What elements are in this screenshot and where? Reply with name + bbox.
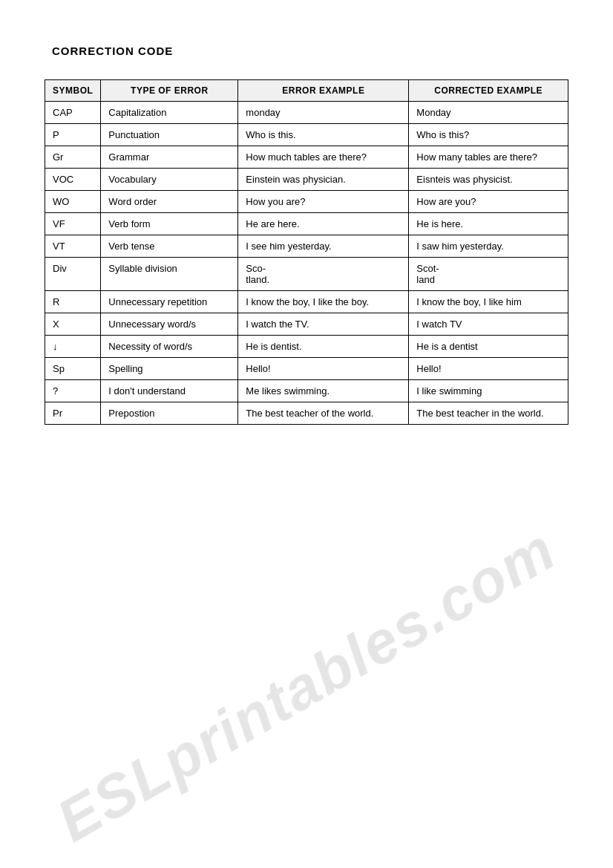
cell-type: Prepostion — [101, 402, 238, 425]
cell-error: Hello! — [238, 358, 409, 380]
table-row: PrPrepostionThe best teacher of the worl… — [45, 402, 568, 425]
cell-symbol: ↓ — [45, 336, 101, 358]
page-title: CORRECTION CODE — [52, 45, 568, 57]
cell-type: Vocabulary — [101, 169, 238, 191]
cell-corrected: Eisnteis was physicist. — [409, 169, 568, 191]
cell-symbol: WO — [45, 191, 101, 213]
table-row: RUnnecessary repetitionI know the boy, I… — [45, 291, 568, 313]
cell-error: I know the boy, I like the boy. — [238, 291, 409, 313]
cell-type: I don't understand — [101, 380, 238, 402]
cell-corrected: I know the boy, I like him — [409, 291, 568, 313]
table-row: VOCVocabularyEinstein was physician.Eisn… — [45, 169, 568, 191]
header-symbol: SYMBOL — [45, 80, 101, 102]
cell-error: I see him yesterday. — [238, 235, 409, 258]
cell-type: Verb tense — [101, 235, 238, 258]
cell-corrected: How many tables are there? — [409, 146, 568, 169]
cell-type: Punctuation — [101, 124, 238, 146]
cell-symbol: VOC — [45, 169, 101, 191]
cell-type: Syllable division — [101, 258, 238, 291]
cell-corrected: Scot-land — [409, 258, 568, 291]
cell-symbol: Pr — [45, 402, 101, 425]
cell-error: I watch the TV. — [238, 313, 409, 336]
cell-error: Einstein was physician. — [238, 169, 409, 191]
cell-type: Verb form — [101, 213, 238, 235]
correction-table: SYMBOL TYPE OF ERROR ERROR EXAMPLE CORRE… — [45, 79, 568, 425]
cell-error: monday — [238, 102, 409, 124]
cell-type: Unnecessary repetition — [101, 291, 238, 313]
table-row: WOWord orderHow you are?How are you? — [45, 191, 568, 213]
cell-symbol: ? — [45, 380, 101, 402]
cell-symbol: P — [45, 124, 101, 146]
table-row: VTVerb tenseI see him yesterday.I saw hi… — [45, 235, 568, 258]
cell-corrected: I like swimming — [409, 380, 568, 402]
cell-error: Sco-tland. — [238, 258, 409, 291]
cell-symbol: CAP — [45, 102, 101, 124]
cell-symbol: VT — [45, 235, 101, 258]
cell-type: Grammar — [101, 146, 238, 169]
cell-symbol: X — [45, 313, 101, 336]
cell-error: How much tables are there? — [238, 146, 409, 169]
table-row: XUnnecessary word/sI watch the TV.I watc… — [45, 313, 568, 336]
cell-error: Me likes swimming. — [238, 380, 409, 402]
cell-corrected: Hello! — [409, 358, 568, 380]
cell-error: How you are? — [238, 191, 409, 213]
cell-type: Necessity of word/s — [101, 336, 238, 358]
cell-symbol: R — [45, 291, 101, 313]
cell-corrected: Monday — [409, 102, 568, 124]
cell-symbol: Sp — [45, 358, 101, 380]
header-error: ERROR EXAMPLE — [238, 80, 409, 102]
cell-corrected: He is a dentist — [409, 336, 568, 358]
header-corrected: CORRECTED EXAMPLE — [409, 80, 568, 102]
header-type: TYPE OF ERROR — [101, 80, 238, 102]
table-row: VFVerb formHe are here.He is here. — [45, 213, 568, 235]
watermark: ESLprintables.com — [46, 515, 568, 856]
table-row: SpSpellingHello!Hello! — [45, 358, 568, 380]
cell-symbol: VF — [45, 213, 101, 235]
cell-type: Spelling — [101, 358, 238, 380]
cell-corrected: How are you? — [409, 191, 568, 213]
table-row: ?I don't understandMe likes swimming.I l… — [45, 380, 568, 402]
cell-type: Word order — [101, 191, 238, 213]
cell-corrected: He is here. — [409, 213, 568, 235]
table-header-row: SYMBOL TYPE OF ERROR ERROR EXAMPLE CORRE… — [45, 80, 568, 102]
cell-error: He is dentist. — [238, 336, 409, 358]
cell-corrected: I watch TV — [409, 313, 568, 336]
cell-corrected: I saw him yesterday. — [409, 235, 568, 258]
cell-error: Who is this. — [238, 124, 409, 146]
table-row: PPunctuationWho is this.Who is this? — [45, 124, 568, 146]
table-row: ↓Necessity of word/sHe is dentist.He is … — [45, 336, 568, 358]
table-row: CAPCapitalizationmondayMonday — [45, 102, 568, 124]
cell-type: Unnecessary word/s — [101, 313, 238, 336]
cell-corrected: Who is this? — [409, 124, 568, 146]
cell-symbol: Div — [45, 258, 101, 291]
cell-symbol: Gr — [45, 146, 101, 169]
cell-error: The best teacher of the world. — [238, 402, 409, 425]
cell-error: He are here. — [238, 213, 409, 235]
table-row: DivSyllable divisionSco-tland.Scot-land — [45, 258, 568, 291]
table-row: GrGrammarHow much tables are there?How m… — [45, 146, 568, 169]
cell-type: Capitalization — [101, 102, 238, 124]
cell-corrected: The best teacher in the world. — [409, 402, 568, 425]
